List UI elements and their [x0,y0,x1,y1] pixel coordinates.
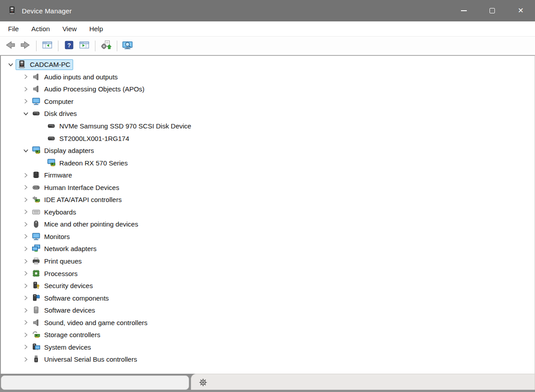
ide-icon [31,195,41,204]
tree-item-label: Radeon RX 570 Series [59,159,128,167]
tree-item-software-components[interactable]: Software components [1,292,535,304]
computer-search-button[interactable] [121,40,135,52]
close-button[interactable]: ✕ [506,0,535,21]
tree-item-keyboards[interactable]: Keyboards [1,206,535,219]
tree-item-print-queues[interactable]: Print queues [1,255,535,268]
tree-item-monitors[interactable]: Monitors [1,231,535,243]
tree-item-security-devices[interactable]: Security devices [1,280,535,292]
storage-icon [31,330,41,339]
tree-item-display-adapters[interactable]: Display adapters [1,144,535,157]
forward-button[interactable] [18,40,33,52]
display-icon [46,159,56,167]
minimize-button[interactable] [449,0,478,21]
software-device-icon [31,306,41,314]
tree-item-mice-and-other-pointing-devices[interactable]: Mice and other pointing devices [1,218,535,231]
disk-icon [46,122,56,130]
toolbar: ? [0,37,535,55]
menu-view[interactable]: View [56,21,83,36]
usb-icon [31,355,41,363]
display-icon [31,146,41,155]
tree-item-computer[interactable]: Computer [1,95,535,108]
chevron-expanded-icon[interactable] [21,147,31,155]
tree-item-label: Audio Processing Objects (APOs) [44,85,144,93]
disk-icon [31,109,41,118]
menu-file[interactable]: File [2,21,25,36]
chevron-collapsed-icon[interactable] [21,97,31,105]
chevron-collapsed-icon[interactable] [21,220,31,228]
selected-item-highlight: CADCAM-PC [16,60,73,70]
maximize-button[interactable] [478,0,506,21]
chevron-collapsed-icon[interactable] [21,294,31,302]
content-area: CADCAM-PCAudio inputs and outputsAudio P… [0,55,535,374]
disk-icon [46,134,56,143]
chevron-collapsed-icon[interactable] [21,85,31,93]
printer-icon [31,257,41,265]
tree-item-cadcam-pc[interactable]: CADCAM-PC [1,58,535,71]
chevron-collapsed-icon[interactable] [21,257,31,265]
console-tree-button[interactable] [40,40,54,52]
software-component-icon [31,294,41,302]
chevron-collapsed-icon[interactable] [21,306,31,314]
chevron-collapsed-icon[interactable] [21,282,31,290]
chevron-collapsed-icon[interactable] [21,245,31,253]
monitor-icon [31,232,41,241]
chevron-collapsed-icon[interactable] [21,196,31,204]
tree-item-system-devices[interactable]: System devices [1,341,535,354]
tree-item-human-interface-devices[interactable]: Human Interface Devices [1,181,535,194]
tree-item-software-devices[interactable]: Software devices [1,304,535,317]
mouse-icon [31,220,41,228]
tree-item-universal-serial-bus-controllers[interactable]: Universal Serial Bus controllers [1,353,535,366]
tree-item-st2000lx001-1rg174[interactable]: ST2000LX001-1RG174 [1,132,535,144]
tree-item-label: System devices [44,343,91,351]
computer-search-icon [122,40,134,52]
chevron-collapsed-icon[interactable] [21,269,31,277]
tree-item-audio-inputs-and-outputs[interactable]: Audio inputs and outputs [1,71,535,83]
chevron-collapsed-icon[interactable] [21,208,31,216]
menu-bar: File Action View Help [0,21,535,37]
settings-gear-icon[interactable] [198,378,207,387]
tree-item-radeon-rx-570-series[interactable]: Radeon RX 570 Series [1,157,535,169]
device-manager-window: Device Manager ✕ File Action View Help ?… [0,0,535,392]
scan-hardware-icon [100,40,112,52]
tree-item-label: Mice and other pointing devices [44,220,138,228]
horizontal-scrollbar[interactable] [1,375,189,390]
scan-hardware-button[interactable] [99,40,113,52]
chevron-collapsed-icon[interactable] [21,318,31,326]
back-button[interactable] [3,40,17,52]
menu-help[interactable]: Help [83,21,109,36]
tree-item-nvme-samsung-ssd-970-scsi-disk-device[interactable]: NVMe Samsung SSD 970 SCSI Disk Device [1,120,535,132]
tree-item-label: Software devices [44,306,95,314]
device-manager-app-icon [7,6,17,16]
tree-item-sound-video-and-game-controllers[interactable]: Sound, video and game controllers [1,316,535,329]
tree-item-storage-controllers[interactable]: Storage controllers [1,329,535,341]
chevron-collapsed-icon[interactable] [21,73,31,81]
help-button[interactable]: ? [62,40,76,52]
tree-item-label: Universal Serial Bus controllers [44,355,137,363]
maximize-icon [490,8,495,13]
chevron-collapsed-icon[interactable] [21,343,31,351]
chevron-expanded-icon[interactable] [21,110,31,118]
close-icon: ✕ [518,7,523,14]
tree-item-processors[interactable]: Processors [1,267,535,280]
tree-item-network-adapters[interactable]: Network adapters [1,243,535,255]
window-controls: ✕ [449,0,535,21]
chevron-collapsed-icon[interactable] [21,183,31,191]
tree-item-label: Sound, video and game controllers [44,318,148,327]
chevron-collapsed-icon[interactable] [21,355,31,363]
audio-icon [31,318,41,327]
tree-item-label: IDE ATA/ATAPI controllers [44,195,122,204]
chevron-expanded-icon[interactable] [5,61,16,69]
monitor-icon [31,97,41,106]
chevron-collapsed-icon[interactable] [21,171,31,179]
tree-item-audio-processing-objects-apos[interactable]: Audio Processing Objects (APOs) [1,83,535,95]
chevron-collapsed-icon[interactable] [21,331,31,339]
tree-item-ide-ata-atapi-controllers[interactable]: IDE ATA/ATAPI controllers [1,194,535,206]
chevron-collapsed-icon[interactable] [21,232,31,240]
menu-action[interactable]: Action [25,21,56,36]
tree-item-label: Storage controllers [44,330,100,339]
tree-item-label: Network adapters [44,244,97,253]
action-pane-button[interactable] [77,40,91,52]
tree-item-firmware[interactable]: Firmware [1,169,535,182]
tree-item-disk-drives[interactable]: Disk drives [1,107,535,120]
keyboard-icon [31,208,41,216]
